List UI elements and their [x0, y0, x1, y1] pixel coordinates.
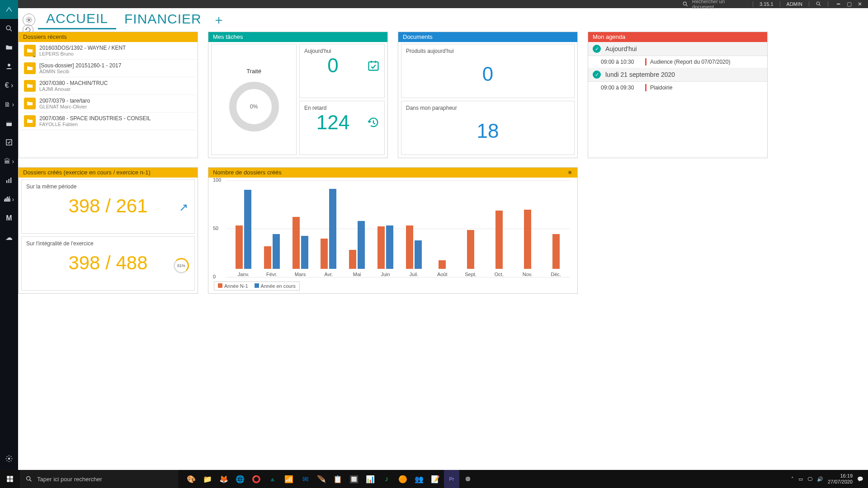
rail-checkbox-icon[interactable]	[0, 133, 18, 152]
bar-series-1	[301, 236, 308, 269]
rail-person-icon[interactable]	[0, 57, 18, 76]
rail-cloud-icon[interactable]: ☁	[0, 228, 18, 247]
trend-up-icon: ↗	[179, 201, 188, 214]
card-title: Mon agenda	[588, 32, 767, 42]
rail-building-icon[interactable]: 🏛 ›	[0, 152, 18, 171]
taskbar-app-icon[interactable]: ⏺	[460, 470, 476, 488]
taskbar-app-icon[interactable]: ✉	[297, 470, 313, 488]
tasks-today-box[interactable]: Aujourd'hui 0	[299, 44, 385, 98]
docs-today-value: 0	[406, 54, 570, 94]
rail-city-icon[interactable]: 🏙 ›	[0, 190, 18, 209]
recent-dossier-item[interactable]: [Sous-dossier] 20151260-1 - 2017ADMIN Se…	[20, 60, 196, 77]
counts-period-box[interactable]: Sur la même période 398 / 261 ↗	[21, 179, 195, 234]
tray-volume-icon[interactable]: 🔊	[817, 476, 823, 482]
taskbar-app-icon[interactable]: 👥	[411, 470, 427, 488]
chart-month-group: Mars	[286, 182, 315, 269]
taskbar-app-icon[interactable]: ⭕	[249, 470, 264, 488]
bar-series-0	[264, 246, 271, 269]
card-tasks: Mes tâches Aujourd'hui 0 Traité 0% En re…	[208, 32, 388, 158]
x-tick-label: Mai	[353, 272, 361, 277]
taskbar-search-input[interactable]: Taper ici pour rechercher	[20, 470, 178, 488]
agenda-event-row[interactable]: 09:00 à 10:30Audience (Report du 07/07/2…	[588, 56, 767, 68]
bar-series-0	[236, 225, 243, 269]
taskbar-app-icon[interactable]: 📶	[281, 470, 297, 488]
tray-monitor-icon[interactable]: 🖵	[807, 476, 812, 482]
x-tick-label: Sept.	[465, 272, 476, 277]
rail-search-icon[interactable]	[0, 19, 18, 38]
taskbar-app-icon[interactable]: Pr	[444, 470, 459, 488]
recent-dossier-item[interactable]: 2007/0379 - tare/taroGLENAT Marc-Olivier	[20, 95, 196, 113]
svg-rect-15	[369, 62, 378, 70]
rail-folder-icon[interactable]	[0, 38, 18, 57]
x-tick-label: Déc.	[551, 272, 561, 277]
svg-rect-8	[6, 122, 12, 123]
taskbar-app-icon[interactable]: 🎨	[184, 470, 199, 488]
chart-month-group: Janv.	[229, 182, 258, 269]
rail-document-icon[interactable]: 🗎 ›	[0, 95, 18, 114]
card-chart: Nombre de dossiers créés ⛯ 050100Janv.Fé…	[208, 167, 578, 294]
taskbar-app-icon[interactable]: 📁	[200, 470, 215, 488]
rail-settings-icon[interactable]	[0, 449, 18, 468]
bar-series-0	[321, 239, 328, 269]
window-minimize-button[interactable]: ━	[834, 0, 842, 8]
bar-series-0	[377, 226, 385, 269]
tray-notifications-icon[interactable]: 💬	[857, 476, 863, 482]
rail-euro-icon[interactable]: € ›	[0, 76, 18, 95]
docs-today-box[interactable]: Produits aujourd'hui 0	[401, 44, 575, 98]
top-search-icon[interactable]	[681, 0, 689, 8]
taskbar-app-icon[interactable]: ♪	[379, 470, 394, 488]
docs-parapheur-value: 18	[406, 111, 570, 151]
chart-month-group: Juin	[371, 182, 400, 269]
taskbar-app-icon[interactable]: 🔲	[346, 470, 362, 488]
windows-taskbar[interactable]: Taper ici pour rechercher 🎨 📁 🦊 🌐 ⭕ ⟁ 📶 …	[0, 470, 868, 488]
top-user-search-icon[interactable]	[814, 1, 823, 8]
taskbar-app-icon[interactable]: 🦊	[216, 470, 231, 488]
tab-financier[interactable]: FINANCIER	[116, 11, 210, 28]
rail-m-icon[interactable]: M	[0, 209, 18, 228]
taskbar-app-icon[interactable]: 🟠	[395, 470, 410, 488]
tray-clock[interactable]: 16:19 27/07/2020	[828, 473, 853, 485]
rail-calendar-icon[interactable]	[0, 114, 18, 133]
agenda-event-row[interactable]: 09:00 à 09:30Plaidoirie	[588, 82, 767, 94]
tray-chevron-up-icon[interactable]: ˄	[791, 476, 794, 482]
window-maximize-button[interactable]: ▢	[845, 0, 853, 8]
taskbar-app-icon[interactable]: ⟁	[265, 470, 280, 488]
folder-icon	[24, 45, 36, 56]
rail-chart-icon[interactable]	[0, 171, 18, 190]
taskbar-app-icon[interactable]: 📝	[428, 470, 443, 488]
chart-month-group: Avr.	[314, 182, 343, 269]
svg-rect-19	[10, 479, 13, 482]
bar-series-1	[244, 190, 251, 269]
docs-parapheur-box[interactable]: Dans mon parapheur 18	[401, 101, 575, 155]
taskbar-app-icon[interactable]: 🪶	[314, 470, 329, 488]
start-button[interactable]	[0, 470, 20, 488]
taskbar-app-icon[interactable]: 📊	[363, 470, 378, 488]
chart-settings-icon[interactable]: ⛯	[567, 168, 573, 178]
tab-accueil[interactable]: ACCUEIL	[38, 11, 116, 29]
bar-series-0	[467, 230, 474, 269]
tab-add-button[interactable]: ＋	[210, 11, 225, 28]
taskbar-app-icon[interactable]: 🌐	[232, 470, 248, 488]
tasks-processed-box[interactable]: Traité 0%	[211, 44, 297, 155]
taskbar-app-icon[interactable]: 📋	[330, 470, 345, 488]
card-title: Documents	[398, 32, 577, 42]
dossier-owner: GLENAT Marc-Olivier	[39, 104, 192, 109]
tasks-today-label: Aujourd'hui	[304, 48, 380, 54]
tray-battery-icon[interactable]: ▭	[798, 476, 803, 482]
window-close-button[interactable]: ✕	[856, 0, 864, 8]
bar-series-0	[524, 210, 531, 269]
tasks-late-box[interactable]: En retard 124	[299, 101, 385, 155]
card-title: Dossiers créés (exercice en cours / exer…	[19, 168, 198, 178]
recent-list[interactable]: 201603DOS/1392 - WAYNE / KENTLEPERS Brun…	[20, 42, 196, 156]
app-logo-icon[interactable]	[0, 0, 18, 19]
svg-line-21	[30, 480, 31, 481]
agenda-day-header: ✓Aujourd'hui	[588, 42, 767, 56]
x-tick-label: Oct.	[495, 272, 504, 277]
recent-dossier-item[interactable]: 2007/0368 - SPACE INDUSTRIES - CONSEILFA…	[20, 113, 196, 130]
counts-full-box[interactable]: Sur l'intégralité de l'exercice 398 / 48…	[21, 236, 195, 291]
recent-dossier-item[interactable]: 2007/0380 - MACHIN/TRUCLAJMI Anouar	[20, 77, 196, 95]
svg-line-1	[686, 5, 688, 6]
svg-rect-11	[9, 179, 9, 183]
recent-dossier-item[interactable]: 201603DOS/1392 - WAYNE / KENTLEPERS Brun…	[20, 42, 196, 60]
svg-point-2	[816, 2, 820, 5]
